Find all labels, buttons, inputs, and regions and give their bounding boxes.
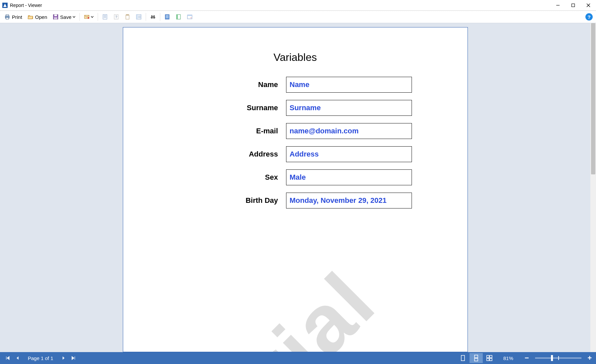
zoom-label: 81% (503, 355, 519, 361)
field-value: Name (286, 77, 412, 93)
view-mode-multiple[interactable] (483, 353, 496, 363)
report-viewport: Trial Variables NameNameSurnameSurnameE-… (0, 23, 596, 352)
print-icon (4, 14, 10, 20)
open-button[interactable]: Open (25, 13, 50, 21)
svg-rect-45 (487, 358, 489, 361)
field-value: Male (286, 169, 412, 185)
prev-page-button[interactable] (13, 353, 23, 363)
field-label: E-mail (179, 127, 278, 135)
svg-rect-20 (126, 15, 128, 16)
svg-text:?: ? (115, 15, 117, 19)
status-bar: Page 1 of 1 81% − (0, 352, 596, 364)
svg-rect-13 (103, 15, 107, 19)
svg-rect-31 (165, 15, 169, 19)
field-label: Birth Day (179, 196, 278, 205)
minimize-button[interactable] (550, 0, 566, 10)
send-email-button[interactable] (81, 13, 96, 21)
window-title: Report - Viewer (10, 3, 42, 8)
report-title: Variables (123, 27, 468, 77)
save-button[interactable]: Save (50, 13, 78, 21)
svg-rect-44 (490, 355, 492, 358)
page-area[interactable]: Trial Variables NameNameSurnameSurnameE-… (0, 23, 590, 352)
svg-point-39 (191, 18, 191, 18)
print-label: Print (12, 14, 22, 20)
toolbar-separator (160, 13, 160, 21)
next-page-button[interactable] (59, 353, 69, 363)
clipboard-icon (124, 14, 130, 20)
fullscreen-button[interactable] (184, 13, 195, 21)
report-page: Trial Variables NameNameSurnameSurnameE-… (123, 27, 468, 352)
toolbar-separator (98, 13, 98, 21)
title-bar: Report - Viewer (0, 0, 596, 11)
svg-rect-6 (6, 15, 9, 16)
svg-rect-38 (187, 15, 192, 16)
scrollbar-thumb[interactable] (591, 23, 595, 174)
open-icon (27, 14, 33, 20)
open-label: Open (35, 14, 47, 20)
page-green-icon (175, 14, 181, 20)
print-button[interactable]: Print (2, 13, 25, 21)
svg-rect-2 (572, 4, 575, 7)
toolbar: Print Open Save (0, 11, 596, 23)
field-label: Name (179, 80, 278, 89)
fullscreen-icon (187, 14, 193, 20)
svg-rect-9 (54, 15, 57, 16)
thumbnails-icon (136, 14, 142, 20)
last-page-button[interactable] (69, 353, 78, 363)
zoom-out-button[interactable]: − (523, 354, 530, 362)
help-icon: ? (587, 14, 590, 20)
svg-rect-46 (490, 358, 492, 361)
bookmarks-icon (102, 14, 108, 20)
zoom-slider[interactable] (535, 357, 581, 359)
maximize-button[interactable] (566, 0, 581, 10)
close-button[interactable] (581, 0, 596, 10)
parameters-button[interactable]: ? (111, 13, 122, 21)
svg-rect-42 (474, 358, 478, 361)
binoculars-icon (150, 14, 156, 20)
field-value: name@domain.com (286, 123, 412, 139)
vertical-scrollbar[interactable] (590, 23, 596, 352)
page-blue-icon (164, 14, 170, 20)
first-page-button[interactable] (3, 353, 13, 363)
window-controls (550, 0, 596, 10)
signature-button[interactable] (173, 13, 184, 21)
editor-button[interactable] (162, 13, 173, 21)
save-label: Save (60, 14, 72, 20)
page-indicator: Page 1 of 1 (23, 355, 59, 361)
thumbnails-button[interactable] (133, 13, 144, 21)
view-mode-group (456, 353, 496, 363)
field-label: Surname (179, 104, 278, 112)
toolbar-separator (146, 13, 146, 21)
bookmarks-button[interactable] (100, 13, 110, 21)
chevron-down-icon (91, 16, 94, 19)
save-icon (53, 14, 59, 20)
resources-button[interactable] (122, 13, 133, 21)
svg-rect-10 (54, 17, 57, 19)
field-value: Surname (286, 100, 412, 116)
view-mode-continuous[interactable] (470, 353, 483, 363)
zoom-slider-handle[interactable] (551, 355, 553, 361)
field-value: Monday, November 29, 2021 (286, 193, 412, 208)
envelope-icon (84, 14, 90, 20)
zoom-in-button[interactable]: + (586, 354, 593, 362)
zoom-controls: 81% − + (503, 354, 593, 362)
app-icon (2, 2, 8, 8)
svg-rect-7 (6, 18, 9, 19)
svg-rect-43 (487, 355, 489, 358)
svg-rect-36 (176, 15, 178, 19)
find-button[interactable] (148, 13, 158, 21)
view-mode-single[interactable] (456, 353, 470, 363)
help-button[interactable]: ? (585, 13, 593, 21)
zoom-slider-midpoint (558, 356, 559, 360)
svg-point-12 (87, 17, 89, 19)
report-form: NameNameSurnameSurnameE-mailname@domain.… (123, 77, 468, 208)
svg-rect-40 (461, 355, 465, 361)
chevron-down-icon (73, 16, 75, 19)
field-label: Address (179, 150, 278, 159)
svg-rect-22 (136, 15, 138, 19)
watermark-text: Trial (197, 253, 394, 352)
toolbar-separator (79, 13, 80, 21)
field-label: Sex (179, 173, 278, 182)
svg-rect-29 (154, 15, 155, 17)
parameters-icon: ? (113, 14, 119, 20)
